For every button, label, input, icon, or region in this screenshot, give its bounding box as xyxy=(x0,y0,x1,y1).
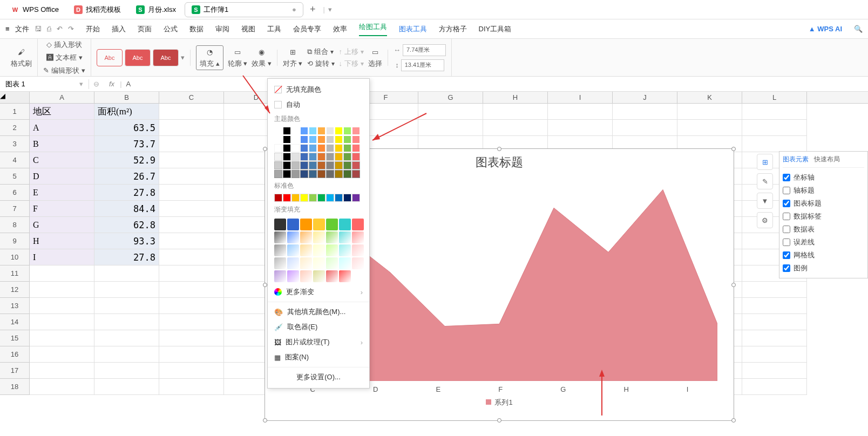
color-swatch[interactable] xyxy=(274,170,282,178)
chart-element-checkbox[interactable]: 数据标签 xyxy=(783,210,864,223)
select-all-corner[interactable]: ◢ xyxy=(0,92,30,103)
row-header[interactable]: 17 xyxy=(0,363,30,379)
cell[interactable]: C xyxy=(30,152,94,168)
color-swatch[interactable] xyxy=(300,135,308,144)
color-swatch[interactable] xyxy=(274,144,282,152)
combine-button[interactable]: ⧉组合▾ xyxy=(307,47,335,57)
color-swatch[interactable] xyxy=(274,153,282,161)
color-swatch[interactable] xyxy=(335,144,343,152)
cell[interactable] xyxy=(613,104,677,120)
gradient-swatch[interactable] xyxy=(300,231,312,243)
row-header[interactable]: 16 xyxy=(0,346,30,363)
height-input[interactable] xyxy=(401,59,444,71)
chart-elements-icon[interactable]: ⊞ xyxy=(757,154,773,170)
cell[interactable] xyxy=(742,298,807,314)
color-swatch[interactable] xyxy=(317,194,326,202)
gradient-swatch[interactable] xyxy=(326,231,338,243)
color-swatch[interactable] xyxy=(343,153,351,161)
cell[interactable] xyxy=(30,298,94,314)
col-header[interactable]: A xyxy=(30,92,94,103)
gradient-swatch[interactable] xyxy=(287,257,299,269)
more-gradient-item[interactable]: 更多渐变› xyxy=(268,284,369,299)
menu-formula[interactable]: 公式 xyxy=(164,24,178,34)
cell[interactable]: I xyxy=(30,249,94,265)
cell[interactable]: 62.8 xyxy=(94,217,159,233)
row-header[interactable]: 7 xyxy=(0,201,30,217)
cell[interactable] xyxy=(742,379,807,395)
cell[interactable] xyxy=(159,201,224,217)
menu-review[interactable]: 审阅 xyxy=(215,24,229,34)
chart-styles-icon[interactable]: ✎ xyxy=(757,173,773,189)
color-swatch[interactable] xyxy=(317,161,326,169)
gradient-swatch[interactable] xyxy=(326,244,338,256)
menu-draw-tools[interactable]: 绘图工具 xyxy=(359,22,387,36)
redo-icon[interactable]: ↷ xyxy=(68,25,74,33)
cell[interactable] xyxy=(159,185,224,201)
width-input[interactable] xyxy=(403,44,446,56)
cell[interactable]: A xyxy=(30,120,94,136)
col-header[interactable]: L xyxy=(742,92,807,103)
cell[interactable] xyxy=(30,379,94,395)
textbox-button[interactable]: 🅰文本框▾ xyxy=(46,53,83,63)
cell[interactable] xyxy=(159,282,224,298)
color-swatch[interactable] xyxy=(326,161,334,169)
color-swatch[interactable] xyxy=(343,161,351,169)
color-swatch[interactable] xyxy=(274,161,282,169)
gradient-swatch[interactable] xyxy=(339,257,351,269)
style-preview-3[interactable]: Abc xyxy=(153,49,179,66)
cell[interactable] xyxy=(94,298,159,314)
cell[interactable] xyxy=(742,363,807,379)
cell[interactable] xyxy=(742,136,807,152)
color-swatch[interactable] xyxy=(283,135,291,144)
cell[interactable]: 84.4 xyxy=(94,201,159,217)
cell[interactable] xyxy=(548,120,613,136)
color-swatch[interactable] xyxy=(343,144,351,152)
col-header[interactable]: H xyxy=(483,92,548,103)
gradient-swatch[interactable] xyxy=(300,257,312,269)
cell[interactable] xyxy=(677,120,742,136)
menu-view[interactable]: 视图 xyxy=(241,24,255,34)
color-swatch[interactable] xyxy=(309,194,317,202)
cell[interactable]: D xyxy=(30,168,94,185)
color-swatch[interactable] xyxy=(343,127,351,135)
chart-element-checkbox[interactable]: 数据表 xyxy=(783,223,864,236)
menu-file[interactable]: 文件 xyxy=(15,24,29,34)
cell[interactable]: F xyxy=(30,201,94,217)
tab-template[interactable]: D 找稻壳模板 xyxy=(67,3,127,17)
gradient-swatch[interactable] xyxy=(352,231,364,243)
color-swatch[interactable] xyxy=(283,153,291,161)
color-swatch[interactable] xyxy=(352,194,360,202)
up-button[interactable]: ↑上移▾ xyxy=(339,47,364,57)
row-header[interactable]: 10 xyxy=(0,249,30,265)
color-swatch[interactable] xyxy=(300,153,308,161)
color-swatch[interactable] xyxy=(309,127,317,135)
color-swatch[interactable] xyxy=(309,170,317,178)
color-swatch[interactable] xyxy=(352,161,360,169)
chart-settings-icon[interactable]: ⚙ xyxy=(757,212,773,228)
gradient-swatch[interactable] xyxy=(300,219,312,230)
cell[interactable] xyxy=(742,346,807,363)
cell[interactable]: 93.3 xyxy=(94,233,159,249)
chart-element-checkbox[interactable]: 误差线 xyxy=(783,236,864,249)
cell[interactable] xyxy=(159,233,224,249)
align-button[interactable]: ⊞ 对齐 ▾ xyxy=(283,47,303,69)
row-header[interactable]: 3 xyxy=(0,136,30,152)
cell[interactable] xyxy=(483,120,548,136)
cell[interactable]: 面积(m²) xyxy=(94,104,159,120)
menu-page[interactable]: 页面 xyxy=(138,24,152,34)
save-icon[interactable]: 🖫 xyxy=(35,25,42,33)
cell[interactable] xyxy=(742,120,807,136)
auto-fill-item[interactable]: 自动 xyxy=(268,97,369,112)
color-swatch[interactable] xyxy=(343,194,351,202)
gradient-swatch[interactable] xyxy=(352,244,364,256)
gradient-swatch[interactable] xyxy=(326,270,338,282)
gradient-swatch[interactable] xyxy=(352,257,364,269)
more-settings-item[interactable]: 更多设置(O)... xyxy=(268,370,369,385)
color-swatch[interactable] xyxy=(283,161,291,169)
menu-start[interactable]: 开始 xyxy=(86,24,100,34)
select-button[interactable]: ▭ 选择 xyxy=(368,47,382,69)
cell[interactable] xyxy=(30,346,94,363)
cell[interactable]: B xyxy=(30,136,94,152)
insert-shape-button[interactable]: ◇插入形状 xyxy=(46,40,82,50)
no-fill-item[interactable]: 无填充颜色 xyxy=(268,82,369,97)
